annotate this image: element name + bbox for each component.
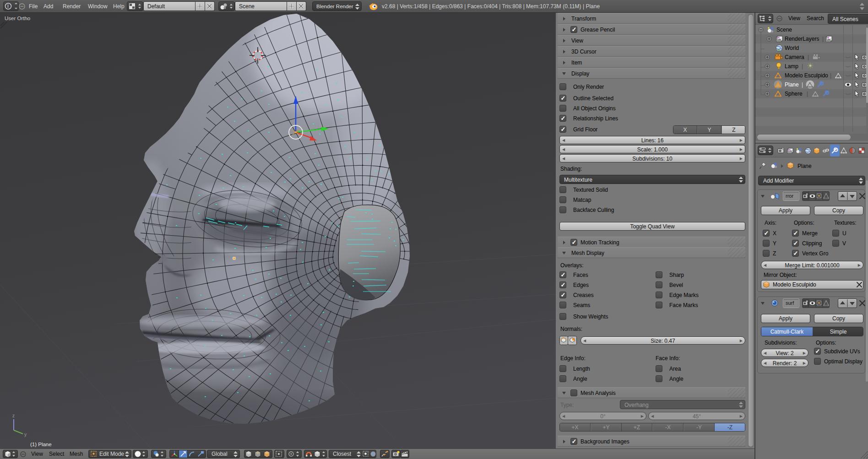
- svg-text:(1) Plane: (1) Plane: [30, 442, 52, 447]
- svg-text:y: y: [24, 432, 27, 437]
- svg-text:User Ortho: User Ortho: [5, 16, 30, 21]
- svg-text:i: i: [7, 4, 9, 9]
- svg-text:z: z: [12, 413, 15, 418]
